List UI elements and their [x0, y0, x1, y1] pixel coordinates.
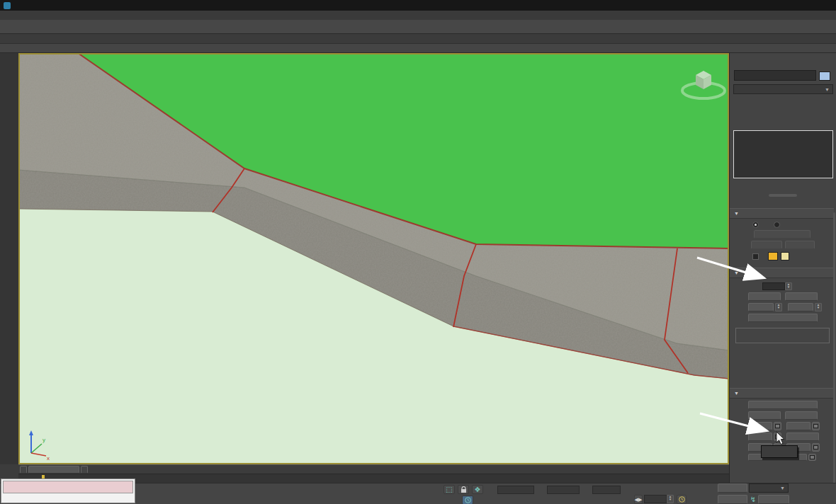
key-mode-dropdown[interactable]: ▼: [749, 483, 789, 493]
settings-button[interactable]: [751, 241, 782, 249]
ring-spinner[interactable]: ▲▼: [775, 303, 782, 311]
settings-tooltip: [761, 445, 798, 458]
key-mode-toggle[interactable]: ◀▶: [634, 495, 643, 504]
chamfer-button[interactable]: [748, 433, 772, 441]
isolate-selection-icon[interactable]: ⬚: [444, 485, 455, 494]
extrude-button[interactable]: [748, 422, 772, 430]
svg-text:y: y: [43, 437, 45, 443]
remove-button[interactable]: [748, 411, 781, 420]
selection-lock-icon[interactable]: [458, 485, 469, 494]
split-button[interactable]: [785, 411, 818, 420]
get-stack-selection-button[interactable]: [748, 314, 818, 322]
close-button[interactable]: [818, 0, 836, 11]
model-radio[interactable]: [752, 222, 759, 228]
panel-scrollbar[interactable]: [833, 212, 835, 504]
object-color-swatch[interactable]: [819, 71, 830, 81]
command-panel: ▼ ▼ ▼: [729, 53, 836, 483]
by-angle-value[interactable]: [762, 282, 785, 290]
modifier-stack: [733, 130, 833, 178]
auto-key-button[interactable]: [718, 483, 747, 493]
edit-poly-mode-header[interactable]: ▼: [730, 208, 834, 219]
cage-color-swatch-1[interactable]: [768, 252, 778, 260]
left-tool-strip: [0, 53, 19, 464]
edit-poly-mode-rollout: ▼: [730, 208, 834, 260]
maxscript-mini-listener[interactable]: [1, 479, 135, 503]
target-weld-button[interactable]: [786, 433, 819, 441]
3dsmax-window: y x ▼ ▼: [0, 0, 836, 504]
absolute-mode-icon[interactable]: ❖: [472, 485, 483, 494]
cage-color-swatch-2[interactable]: [781, 252, 789, 260]
object-name-field[interactable]: [734, 70, 816, 81]
connect-settings-button[interactable]: [812, 443, 820, 452]
insert-vertex-button[interactable]: [748, 401, 818, 409]
grow-button[interactable]: [785, 292, 818, 301]
title-bar: [0, 0, 836, 11]
weld-button[interactable]: [786, 422, 810, 430]
svg-text:x: x: [47, 455, 50, 462]
z-coordinate-field[interactable]: [592, 486, 621, 494]
key-filters-button[interactable]: [758, 495, 789, 504]
menu-bar: [0, 11, 836, 21]
ribbon-tabs: [0, 34, 836, 43]
y-coordinate-field[interactable]: [547, 486, 580, 494]
time-slider-bar: [18, 464, 729, 474]
viewport-scene: y x: [18, 53, 729, 464]
commit-button[interactable]: [754, 230, 810, 239]
cancel-button[interactable]: [785, 241, 815, 249]
app-icon: [4, 2, 11, 9]
loop-button[interactable]: [788, 303, 813, 311]
time-slider-prev-button[interactable]: [20, 466, 27, 474]
loop-spinner[interactable]: ▲▼: [815, 303, 822, 311]
maximize-button[interactable]: [799, 0, 818, 11]
clipped-settings-button[interactable]: [808, 454, 816, 461]
by-angle-spinner[interactable]: ▲▼: [785, 282, 792, 290]
chamfer-settings-button[interactable]: [774, 433, 781, 441]
set-key-button[interactable]: [718, 495, 747, 504]
time-slider-next-button[interactable]: [81, 466, 88, 474]
weld-settings-button[interactable]: [812, 422, 820, 430]
viewport[interactable]: y x: [18, 53, 729, 464]
maxscript-listener-field[interactable]: [3, 481, 133, 493]
selection-header[interactable]: ▼: [730, 268, 834, 278]
set-key-filters-icon[interactable]: ↯: [749, 495, 757, 504]
show-cage-checkbox[interactable]: [752, 253, 759, 260]
animate-radio[interactable]: [774, 222, 780, 228]
extrude-settings-button[interactable]: [774, 422, 781, 430]
viewport-labels: [24, 55, 38, 63]
x-coordinate-field[interactable]: [497, 486, 534, 494]
edit-edges-header[interactable]: ▼: [730, 388, 834, 399]
modifier-list-dropdown[interactable]: ▼: [733, 84, 833, 94]
selection-rollout: ▼ ▲▼ ▲▼ ▲▼: [730, 268, 834, 346]
ribbon-buttons: [0, 43, 836, 53]
add-time-tag-icon[interactable]: [462, 496, 473, 504]
ring-button[interactable]: [748, 303, 774, 311]
frame-number-field[interactable]: [644, 495, 667, 503]
panel-splitter[interactable]: [769, 194, 797, 197]
main-toolbar: [0, 20, 836, 34]
frame-spinner[interactable]: ▲▼: [667, 495, 674, 503]
shrink-button[interactable]: [748, 292, 781, 301]
minimize-button[interactable]: [781, 0, 799, 11]
time-slider-handle[interactable]: [28, 466, 79, 474]
time-configuration-button[interactable]: [677, 495, 687, 504]
